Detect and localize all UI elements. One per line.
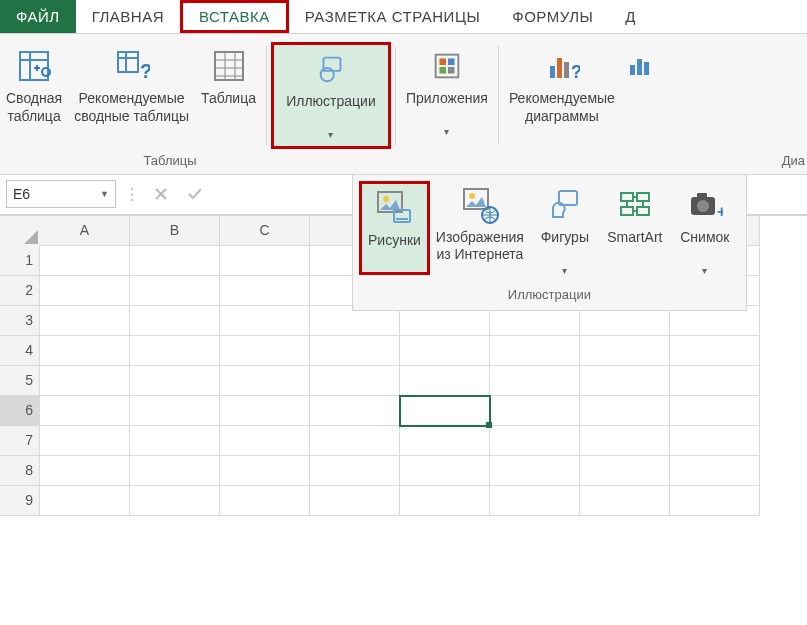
screenshot-icon: + [685,185,725,225]
cell[interactable] [220,486,310,516]
enter-formula-button[interactable] [182,181,208,207]
cell[interactable] [220,456,310,486]
cell[interactable] [400,486,490,516]
cell[interactable] [580,426,670,456]
cell[interactable] [670,396,760,426]
cell[interactable] [400,456,490,486]
illustrations-dropdown[interactable]: Иллюстрации ▾ [271,42,391,149]
cell[interactable] [130,336,220,366]
row-header[interactable]: 4 [0,336,40,366]
cancel-formula-button[interactable] [148,181,174,207]
cell[interactable] [220,336,310,366]
row-header[interactable]: 3 [0,306,40,336]
cell[interactable] [40,396,130,426]
pictures-button[interactable]: Рисунки [359,181,430,275]
cell[interactable] [220,396,310,426]
cell[interactable] [310,456,400,486]
recommended-charts-button[interactable]: ? Рекомендуемые диаграммы [503,42,621,130]
cell[interactable] [130,426,220,456]
tab-home[interactable]: ГЛАВНАЯ [76,0,180,33]
row-header[interactable]: 2 [0,276,40,306]
cell[interactable] [490,336,580,366]
svg-rect-37 [637,193,649,201]
row-header[interactable]: 7 [0,426,40,456]
cell[interactable] [490,396,580,426]
smartart-button[interactable]: SmartArt [600,181,670,269]
cell[interactable] [130,486,220,516]
cell[interactable] [580,486,670,516]
cell[interactable] [40,336,130,366]
cell[interactable] [40,276,130,306]
apps-dropdown[interactable]: Приложения ▾ [400,42,494,143]
pivot-table-button[interactable]: Сводная таблица [0,42,68,130]
cell[interactable] [670,456,760,486]
column-header[interactable]: C [220,216,310,246]
cell[interactable] [40,486,130,516]
cell[interactable] [400,426,490,456]
chevron-down-icon: ▾ [444,126,449,139]
screenshot-dropdown[interactable]: + Снимок ▾ [670,181,740,282]
cell[interactable] [400,366,490,396]
cell[interactable] [220,426,310,456]
ribbon: Сводная таблица ? Рекомендуемые сводные … [0,34,807,175]
cell[interactable] [220,276,310,306]
active-cell[interactable] [400,396,490,426]
cell[interactable] [40,456,130,486]
cell[interactable] [670,366,760,396]
cell[interactable] [40,426,130,456]
row-header[interactable]: 1 [0,246,40,276]
cell[interactable] [490,486,580,516]
tab-file[interactable]: ФАЙЛ [0,0,76,33]
cell[interactable] [40,246,130,276]
cell[interactable] [40,306,130,336]
table-label: Таблица [201,90,256,126]
tab-page-layout[interactable]: РАЗМЕТКА СТРАНИЦЫ [289,0,496,33]
cell[interactable] [130,276,220,306]
cell[interactable] [490,426,580,456]
svg-rect-21 [557,58,562,78]
cell[interactable] [130,396,220,426]
cell[interactable] [580,456,670,486]
cell[interactable] [220,306,310,336]
cell[interactable] [580,366,670,396]
cell[interactable] [310,486,400,516]
cell[interactable] [130,366,220,396]
cell[interactable] [310,366,400,396]
row-header[interactable]: 5 [0,366,40,396]
column-header[interactable]: A [40,216,130,246]
recommended-pivot-label: Рекомендуемые сводные таблицы [74,90,189,126]
tab-data-partial[interactable]: Д [609,0,652,33]
cell[interactable] [310,396,400,426]
cell[interactable] [490,366,580,396]
chart-column-button[interactable] [621,42,661,94]
cell[interactable] [220,366,310,396]
cell[interactable] [310,426,400,456]
row-header[interactable]: 6 [0,396,40,426]
cell[interactable] [130,456,220,486]
cell[interactable] [490,456,580,486]
cell[interactable] [40,366,130,396]
cell[interactable] [670,426,760,456]
cell[interactable] [220,246,310,276]
cell[interactable] [400,336,490,366]
cell[interactable] [580,336,670,366]
cell[interactable] [670,486,760,516]
tab-formulas[interactable]: ФОРМУЛЫ [496,0,609,33]
row-header[interactable]: 8 [0,456,40,486]
column-header[interactable]: B [130,216,220,246]
cell[interactable] [580,396,670,426]
row-header[interactable]: 9 [0,486,40,516]
cell[interactable] [310,336,400,366]
select-all-cell[interactable] [0,216,40,246]
online-pictures-button[interactable]: Изображения из Интернета [430,181,530,269]
svg-point-42 [697,200,709,212]
cell[interactable] [130,246,220,276]
table-button[interactable]: Таблица [195,42,262,130]
tab-insert[interactable]: ВСТАВКА [180,0,289,33]
cell[interactable] [670,336,760,366]
name-box[interactable]: E6 ▼ [6,180,116,208]
cell[interactable] [130,306,220,336]
ribbon-tabs: ФАЙЛ ГЛАВНАЯ ВСТАВКА РАЗМЕТКА СТРАНИЦЫ Ф… [0,0,807,34]
shapes-dropdown[interactable]: Фигуры ▾ [530,181,600,282]
recommended-pivot-button[interactable]: ? Рекомендуемые сводные таблицы [68,42,195,130]
